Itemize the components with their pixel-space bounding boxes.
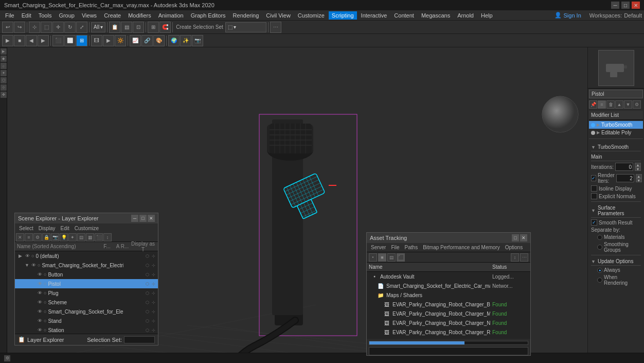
at-menu-options[interactable]: Options [503,245,525,250]
at-close-button[interactable]: ✕ [520,234,527,241]
se-menu-edit[interactable]: Edit [59,226,71,231]
at-menu-file[interactable]: File [389,245,401,250]
rotate-button[interactable]: ↻ [64,22,76,33]
scene-explorer-maximize[interactable]: □ [139,215,147,222]
asset-tracking-row[interactable]: 📄Smart_Charging_Socket_for_Electric_Car_… [367,281,530,290]
sidebar-icon-1[interactable]: ▶ [1,48,7,55]
signin-label[interactable]: Sign In [564,12,581,19]
render-button[interactable]: ▶ [103,35,114,46]
mod-tb-pin[interactable]: 📌 [589,100,597,109]
se-tb-btn-6[interactable]: 💡 [60,233,68,241]
always-radio[interactable] [597,268,602,273]
at-menu-bitmap[interactable]: Bitmap Performance and Memory [421,245,502,250]
maximize-button[interactable]: □ [621,2,630,9]
select-region-button[interactable]: ⬚ [41,22,52,33]
se-tb-btn-9[interactable]: ▦ [86,233,94,241]
at-tb-3[interactable]: ▤ [387,253,396,262]
viewport[interactable]: [+] [Perspective] [User Defined] [Edged … [7,47,587,356]
row-eye-2[interactable]: ○ [44,272,46,277]
menu-edit[interactable]: Edit [19,11,34,20]
grid-button[interactable]: ⊞ [148,22,159,33]
menu-megascans[interactable]: Megascans [418,11,453,20]
scene-explorer-row[interactable]: 👁○Station⬡⊹ [15,325,158,334]
scene-explorer-row[interactable]: 👁○Smart_Charging_Socket_for_Electric_Car… [15,307,158,316]
menu-arnold[interactable]: Arnold [454,11,477,20]
menu-customize[interactable]: Customize [295,11,328,20]
workspace-value[interactable]: Default [624,12,642,19]
next-frame-button[interactable]: ▶ [38,35,49,46]
smooth-result-checkbox[interactable] [591,219,597,226]
modifier-editable-poly[interactable]: ▶ Editable Poly [589,129,643,136]
redo-button[interactable]: ↪ [14,22,25,33]
menu-interactive[interactable]: Interactive [358,11,390,20]
menu-rendering[interactable]: Rendering [230,11,262,20]
at-menu-paths[interactable]: Paths [403,245,420,250]
explicit-normals-checkbox[interactable] [591,193,597,199]
se-menu-display[interactable]: Display [37,226,58,231]
row-eye-1[interactable]: 👁 [38,281,42,286]
menu-tools[interactable]: Tools [35,11,55,20]
selection-set-input[interactable] [124,336,155,343]
materials-radio[interactable] [597,235,602,240]
scene-explorer-close[interactable]: ✕ [148,215,155,222]
at-menu-server[interactable]: Server [369,245,388,250]
viewport-layout-button[interactable]: ⬛ [52,35,64,46]
asset-tracking-content[interactable]: ⭑Autodesk VaultLogged...📄Smart_Charging_… [367,272,530,339]
schematic-view-button[interactable]: 🔗 [141,35,153,46]
scene-explorer-content[interactable]: ▶👁○0 (default)⬡⊹▼👁○Smart_Charging_Socket… [15,251,158,334]
smoothing-groups-radio[interactable] [597,245,602,250]
menu-views[interactable]: Views [79,11,100,20]
layer-manager-button[interactable]: 📋 [109,22,120,33]
sidebar-icon-2[interactable]: ◆ [1,56,7,62]
row-eye-1[interactable]: 👁 [38,318,42,323]
mod-tb-config[interactable]: ⚙ [633,100,641,109]
asset-tracking-row[interactable]: 🖼EVAR_Parky_Charging_Robot_Charger_BaseC… [367,300,530,309]
row-eye-2[interactable]: ○ [44,309,46,314]
at-tb-4[interactable]: ⬛ [397,253,405,262]
asset-tracking-row[interactable]: 🖼EVAR_Parky_Charging_Robot_Charger_Metal… [367,309,530,318]
scene-explorer-row[interactable]: 👁○Pistol⬡⊹ [15,279,158,288]
at-tb-2[interactable]: ■ [378,253,386,262]
row-eye-2[interactable]: ○ [31,253,34,258]
render-iters-input[interactable] [616,174,634,182]
se-menu-customize[interactable]: Customize [73,226,101,231]
se-tb-btn-1[interactable]: ✕ [16,233,24,241]
row-eye-1[interactable]: 👁 [25,253,30,258]
iterations-input[interactable] [615,163,633,171]
stop-button[interactable]: ■ [14,35,25,46]
surface-expand[interactable]: ▼ [591,208,596,213]
ri-up[interactable]: ▲ [636,174,642,178]
material-editor-button[interactable]: 🎨 [153,35,165,46]
menu-scripting[interactable]: Scripting [329,11,357,20]
scene-explorer-row[interactable]: ▼👁○Smart_Charging_Socket_for_Electric_Ca… [15,261,158,270]
asset-tracking-row[interactable]: ⭑Autodesk VaultLogged... [367,272,530,281]
when-rendering-radio[interactable] [597,278,602,283]
more-tools-button[interactable]: ⋯ [270,22,281,33]
se-tb-btn-3[interactable]: ⚙ [33,233,42,241]
row-eye-2[interactable]: ○ [44,300,46,305]
scene-explorer-row[interactable]: 👁○Button⬡⊹ [15,270,158,279]
asset-tracking-row[interactable]: 📁Maps / Shaders [367,290,530,300]
row-eye-2[interactable]: ○ [44,281,46,286]
at-tb-5[interactable]: ↕ [511,253,519,262]
mod-tb-move-down[interactable]: ▼ [624,100,632,109]
sidebar-icon-7[interactable]: ✤ [1,92,7,98]
reference-coord-dropdown[interactable]: All ▾ [91,22,105,32]
row-eye-2[interactable]: ○ [38,263,40,268]
select-button[interactable]: ⊹ [29,22,40,33]
undo-button[interactable]: ↩ [2,22,13,33]
mod-tb-move-up[interactable]: ▲ [615,100,623,109]
row-eye-1[interactable]: 👁 [38,272,42,277]
ts-expand[interactable]: ▼ [591,145,596,150]
se-tb-btn-2[interactable]: ≡ [25,233,33,241]
snap-button[interactable]: 🧲 [159,22,171,33]
asset-tracking-row[interactable]: 🖼EVAR_Parky_Charging_Robot_Charger_Rough… [367,327,530,337]
row-eye-1[interactable]: 👁 [31,263,36,268]
scene-explorer-row[interactable]: 👁○Stand⬡⊹ [15,316,158,325]
row-eye-2[interactable]: ○ [44,327,46,333]
move-button[interactable]: ✛ [52,22,64,33]
at-tb-1[interactable]: ⭑ [369,253,377,262]
iter-down[interactable]: ▼ [635,167,641,171]
close-button[interactable]: ✕ [632,2,640,9]
ri-down[interactable]: ▼ [636,178,642,182]
